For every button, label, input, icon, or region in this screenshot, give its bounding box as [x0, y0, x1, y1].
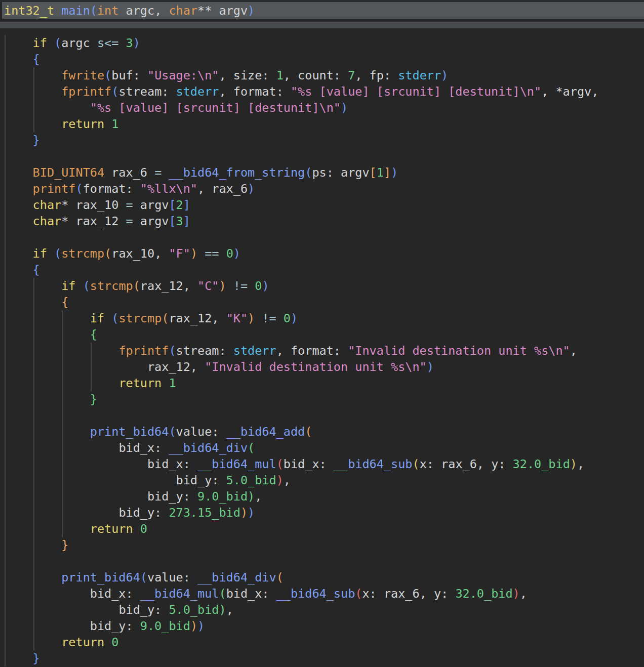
code-token: "%s [value] [srcunit] [destunit]\n" [291, 85, 541, 99]
code-token: ( [169, 425, 176, 439]
code-line[interactable]: bid_y: 9.0_bid)) [4, 618, 644, 634]
code-line[interactable]: return 0 [4, 634, 644, 650]
code-token: ) [291, 311, 298, 325]
code-line[interactable]: { [4, 51, 644, 67]
indent-guide [5, 569, 6, 586]
code-token: , count: [284, 68, 348, 82]
code-token: ) [190, 619, 197, 633]
code-token: } [90, 392, 97, 406]
code-line[interactable]: bid_y: 9.0_bid), [4, 488, 644, 505]
indent-guide [62, 440, 63, 456]
code-token: ( [219, 587, 226, 601]
code-token: ) [240, 506, 248, 520]
code-line[interactable] [4, 407, 644, 424]
code-token [118, 36, 126, 50]
code-token: "Invalid destination unit %s\n" [205, 360, 427, 374]
code-token: ( [111, 311, 118, 325]
indent-guide [62, 359, 63, 375]
code-token: ( [305, 425, 312, 439]
indentation [4, 587, 90, 601]
code-token [54, 4, 61, 18]
code-token: ( [75, 182, 83, 196]
code-line[interactable]: } [4, 391, 644, 407]
code-area[interactable]: if (argc s<= 3) { fwrite(buf: "Usage:\n"… [0, 28, 644, 667]
code-line[interactable]: bid_y: 5.0_bid), [4, 602, 644, 618]
function-signature-bar[interactable]: int32_t main(int argc, char** argv) [2, 2, 644, 19]
code-line[interactable]: { [4, 294, 644, 310]
code-line[interactable]: printf(format: "%llx\n", rax_6) [4, 181, 644, 197]
code-token: ) [197, 619, 205, 633]
code-line[interactable]: bid_y: 273.15_bid)) [4, 505, 644, 521]
indent-guide [33, 407, 34, 424]
code-line[interactable]: print_bid64(value: __bid64_div( [4, 569, 644, 586]
indentation [4, 311, 90, 325]
code-token [47, 36, 54, 50]
indent-guide [33, 618, 34, 634]
indent-guide [5, 51, 6, 67]
code-token: , *argv, [541, 85, 598, 99]
code-line[interactable]: bid_x: __bid64_mul(bid_x: __bid64_sub(x:… [4, 456, 644, 472]
context-strip [0, 22, 644, 28]
code-line[interactable]: if (strcmp(rax_12, "C") != 0) [4, 278, 644, 294]
code-line[interactable]: { [4, 326, 644, 343]
code-token: bid_y: [118, 603, 169, 617]
code-token: ( [276, 457, 284, 471]
code-token: argc, [118, 4, 169, 18]
code-line[interactable]: if (strcmp(rax_10, "F") == 0) [4, 245, 644, 262]
indentation [4, 327, 90, 342]
code-line[interactable]: rax_12, "Invalid destination unit %s\n") [4, 359, 644, 375]
code-token: 5.0_bid [169, 603, 219, 617]
code-token [47, 246, 54, 261]
code-token: ) [341, 101, 348, 115]
code-line[interactable] [4, 148, 644, 164]
indent-guide [33, 84, 34, 100]
code-token [162, 376, 169, 390]
code-line[interactable]: return 1 [4, 116, 644, 132]
indent-guide [5, 326, 6, 343]
code-line[interactable]: "%s [value] [srcunit] [destunit]\n") [4, 100, 644, 116]
indentation [4, 603, 118, 617]
code-line[interactable]: return 1 [4, 375, 644, 391]
code-line[interactable]: print_bid64(value: __bid64_add( [4, 424, 644, 440]
code-line[interactable] [4, 553, 644, 569]
code-token: ) [262, 279, 269, 293]
code-line[interactable]: BID_UINT64 rax_6 = __bid64_from_string(p… [4, 164, 644, 181]
code-token: 273.15_bid [169, 506, 240, 520]
code-line[interactable]: } [4, 132, 644, 148]
code-token: __bid64_mul [197, 457, 276, 471]
code-token: ( [111, 85, 118, 99]
code-line[interactable]: bid_x: __bid64_mul(bid_x: __bid64_sub(x:… [4, 586, 644, 602]
code-token: return [61, 117, 104, 131]
indent-guide [5, 197, 6, 213]
code-line[interactable]: if (strcmp(rax_12, "K") != 0) [4, 310, 644, 326]
indent-guide [5, 245, 6, 262]
code-token [162, 165, 169, 180]
code-line[interactable]: char* rax_10 = argv[2] [4, 197, 644, 213]
code-token: == [205, 246, 219, 261]
code-line[interactable]: return 0 [4, 521, 644, 537]
indent-guide [33, 505, 34, 521]
code-line[interactable]: bid_x: __bid64_div( [4, 440, 644, 456]
code-token: printf [33, 182, 76, 196]
indentation [4, 165, 33, 180]
indent-guide [91, 343, 92, 359]
code-line[interactable]: bid_y: 5.0_bid), [4, 472, 644, 488]
code-token: if [33, 246, 47, 261]
indent-guide [5, 440, 6, 456]
code-line[interactable]: fwrite(buf: "Usage:\n", size: 1, count: … [4, 67, 644, 84]
code-token: print_bid64 [90, 425, 169, 439]
code-token: ( [413, 457, 420, 471]
indent-guide [5, 602, 6, 618]
code-line[interactable]: if (argc s<= 3) [4, 35, 644, 51]
code-line[interactable]: } [4, 537, 644, 553]
code-token: "%llx\n" [140, 182, 197, 196]
code-line[interactable]: fprintf(stream: stderr, format: "Invalid… [4, 343, 644, 359]
code-token: ( [133, 279, 140, 293]
code-line[interactable]: { [4, 262, 644, 278]
code-line[interactable]: fprintf(stream: stderr, format: "%s [val… [4, 84, 644, 100]
indent-guide [33, 326, 34, 343]
code-token [255, 311, 262, 325]
code-line[interactable] [4, 229, 644, 245]
code-line[interactable]: char* rax_12 = argv[3] [4, 213, 644, 229]
code-line[interactable]: } [4, 650, 644, 666]
